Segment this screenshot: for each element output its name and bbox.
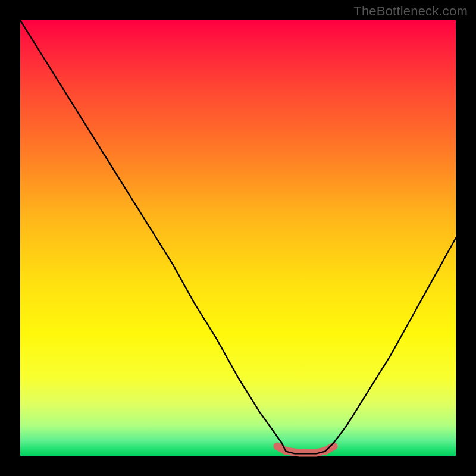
chart-svg: [0, 0, 476, 476]
attribution-label: TheBottleneck.com: [353, 4, 468, 19]
chart-root: TheBottleneck.com: [0, 0, 476, 476]
chart-background: [20, 20, 456, 456]
